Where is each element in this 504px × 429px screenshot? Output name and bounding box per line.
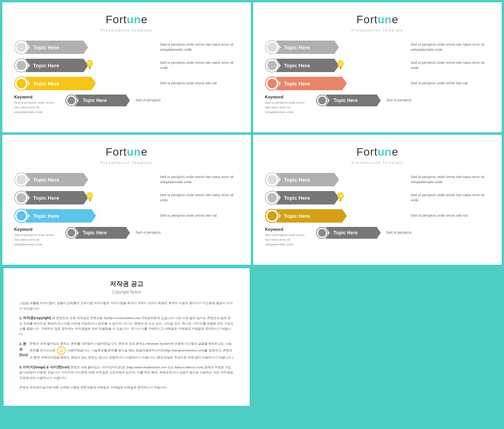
slide-4-bottom-topic-row: Topic Here Sed ut perspicis — [316, 227, 411, 239]
slide-1-bottom-desc: Sed ut perspicis — [135, 98, 161, 103]
slide-2-circle-inner-4 — [318, 97, 326, 104]
copyright-s3-title: 3. 이미지(image) & 아이콘(icon) — [19, 365, 70, 369]
slide-2-topic-2: Topic Here Sed ut perspicis unde omnis i… — [265, 58, 490, 72]
slide-1-topic-2: Topic Here Sed ut perspicis unde omnis i… — [14, 58, 239, 72]
slide-4-circle-1 — [265, 173, 279, 187]
slide-3-circle-2 — [14, 191, 28, 205]
copyright-section-3: 3. 이미지(image) & 아이콘(icon) 콘텐츠 내에 들어있는 이미… — [19, 364, 234, 381]
slide-1-title-text: Fortune — [106, 13, 148, 26]
svg-point-7 — [339, 61, 343, 65]
copyright-slide: 저작권 공고 Copyright Notice 고맙습 새출발 저작사항이 성들… — [2, 267, 251, 407]
slide-2-desc-2: Sed ut perspicis unde omnis iste natus e… — [411, 60, 489, 71]
slide-3-topic-2: Topic Here Sed ut perspicis unde omnis i… — [14, 191, 239, 205]
slide-1-bottom-topic-row: Topic Here Sed ut perspicis — [65, 95, 161, 106]
slide-1-arrow-1: Topic Here — [25, 41, 88, 54]
copyright-s1-title: 1. 저작권(copyright) — [19, 316, 51, 320]
slide-2-circle-inner-3 — [267, 79, 277, 88]
slide-3-keyword-label: Keyword — [14, 227, 61, 232]
slide-1-circle-3 — [14, 76, 28, 91]
slide-1-topic-3: Topic Here Sed ut perspicis unde omnis i… — [14, 76, 239, 91]
slide-1: Fortune Presentation Template Topic Here… — [2, 2, 251, 132]
slide-2-desc-1: Sed ut perspicis unde omnis iste natus e… — [411, 42, 489, 53]
slide-2-subtitle: Presentation Template — [265, 28, 490, 32]
slide-4-arrow-3: Topic Here — [276, 209, 347, 223]
slide-1-desc-2: Sed ut perspicis unde omnis iste natus e… — [160, 60, 239, 71]
slide-3-topic-label-1: Topic Here — [33, 177, 59, 183]
slide-3-arrow-1: Topic Here — [25, 173, 88, 186]
slide-4-topic-label-3: Topic Here — [284, 213, 310, 219]
slide-2-circle-inner-2 — [267, 61, 277, 70]
slide-4-circle-inner-2 — [267, 193, 277, 202]
slide-4-arrow-4: Topic Here — [326, 227, 381, 239]
slide-3-bottom-label: Topic Here — [83, 230, 107, 236]
copyright-section-1: 1. 저작권(copyright) 본 콘텐츠의 모든 저작권은 콘텐츠팜 외(… — [19, 315, 234, 337]
slide-2-keyword-section: Keyword Sed ut perspicis unde omnis iste… — [265, 95, 490, 115]
slide-4-subtitle: Presentation Template — [265, 161, 490, 165]
copyright-intro: 고맙습 새출발 저작사항이 성들이 성희롱의 요탁사항 저작사항의 저작사항을 … — [19, 301, 234, 311]
slide-1-desc-1: Sed ut perspicis unde omnis iste natus e… — [160, 42, 239, 53]
slide-1-desc-3: Sed ut perspicis unde omnis iste nat — [160, 81, 217, 86]
slide-4-circle-2 — [265, 191, 279, 205]
slide-3-desc-2: Sed ut perspicis unde omnis iste natus e… — [160, 193, 239, 203]
slide-4: Fortune Presentation Template Topic Here… — [253, 135, 502, 265]
main-grid: Fortune Presentation Template Topic Here… — [0, 0, 504, 409]
slide-1-topic-label-2: Topic Here — [33, 63, 59, 69]
slide-1-circle-inner-3 — [17, 79, 26, 88]
slide-1-circle-inner-1 — [17, 43, 26, 52]
slide-3-topic-label-3: Topic Here — [33, 213, 59, 219]
slide-3-circle-inner-4 — [67, 229, 75, 237]
slide-2-topic-label-1: Topic Here — [284, 45, 310, 50]
slide-2-keyword-text: Keyword Sed ut perspicis unde omnis iste… — [265, 95, 312, 115]
slide-2: Fortune Presentation Template Topic Here… — [253, 2, 502, 132]
slide-1-keyword-label: Keyword — [14, 95, 61, 99]
svg-point-15 — [339, 194, 343, 198]
slide-4-circle-inner-3 — [267, 211, 277, 221]
slide-3-keyword-section: Keyword Sed ut perspicis unde omnis iste… — [14, 227, 239, 247]
slide-2-circle-inner-1 — [267, 43, 277, 52]
slide-2-keyword-desc: Sed ut perspicis unde omnis iste natus e… — [265, 100, 310, 115]
slide-4-title-text: Fortune — [356, 146, 398, 158]
slide-4-arrow-wrapper-1: Topic Here — [279, 173, 405, 186]
slide-1-keyword-desc: Sed ut perspicis unde omnis iste natus e… — [14, 100, 59, 115]
slide-3-circle-inner-3 — [17, 211, 26, 221]
slide-1-arrow-3: Topic Here — [25, 77, 96, 90]
copyright-section-2: 2. 폰트(font) 콘텐츠 내에 들어있는 폰트는 폰트를 내려받아 사용하… — [19, 341, 234, 360]
slide-2-arrow-2: Topic Here — [276, 59, 339, 72]
slide-4-circle-3 — [265, 209, 279, 223]
svg-point-11 — [88, 194, 92, 198]
slide-4-desc-2: Sed ut perspicis unde omnis iste natus e… — [411, 193, 489, 203]
slide-1-topic-1: Topic Here Sed ut perspicis unde omnis i… — [14, 40, 239, 54]
slide-1-bottom-label: Topic Here — [83, 98, 107, 103]
slide-4-topic-label-2: Topic Here — [284, 195, 310, 201]
slide-1-keyword-section: Keyword Sed ut perspicis unde omnis iste… — [14, 95, 239, 115]
slide-1-circle-inner-2 — [17, 61, 26, 70]
copyright-s2-title: 2. 폰트(font) — [19, 341, 28, 358]
slide-4-bottom-label: Topic Here — [334, 230, 358, 236]
slide-3-topic-1: Topic Here Sed ut perspicis unde omnis i… — [14, 173, 239, 187]
copyright-section-4: 콘텐츠 저작권이실수에 대해 사세한 사항은 콘텐츠팜에 이메일로 이메일로 이… — [19, 385, 234, 390]
slide-3-bottom-topic-row: Topic Here Sed ut perspicis — [65, 227, 161, 239]
slide-4-topic-label-1: Topic Here — [284, 177, 310, 183]
slide-3-keyword-desc: Sed ut perspicis unde omnis iste natus e… — [14, 233, 59, 247]
slide-3: Fortune Presentation Template Topic Here… — [2, 135, 251, 265]
slide-1-circle-1 — [14, 40, 28, 54]
slide-3-arrow-2: Topic Here — [25, 191, 88, 204]
slide-2-bottom-desc: Sed ut perspicis — [386, 98, 411, 103]
slide-2-topic-label-2: Topic Here — [284, 63, 310, 69]
slide-3-arrow-wrapper-1: Topic Here — [28, 173, 154, 186]
slide-1-topic-label-1: Topic Here — [33, 45, 59, 50]
slide-1-circle-2 — [14, 58, 28, 72]
slide-2-topic-3: Topic Here Sed ut perspicis unde omnis i… — [265, 76, 490, 91]
slide-1-title: Fortune — [14, 13, 239, 26]
slide-2-arrow-1: Topic Here — [276, 41, 339, 54]
lamp-icon-2 — [337, 59, 345, 71]
slide-3-arrow-3: Topic Here — [25, 209, 96, 223]
slide-3-arrow-4: Topic Here — [75, 227, 130, 239]
copyright-body: 고맙습 새출발 저작사항이 성들이 성희롱의 요탁사항 저작사항의 저작사항을 … — [19, 301, 234, 390]
slide-3-circle-4 — [65, 227, 77, 239]
lamp-svg-1 — [86, 59, 94, 70]
slide-2-circle-4 — [316, 95, 328, 106]
slide-3-title: Fortune — [14, 146, 239, 158]
slide-4-topic-3: Topic Here Sed ut perspicis unde omnis i… — [265, 209, 490, 223]
slide-4-topic-1: Topic Here Sed ut perspicis unde omnis i… — [265, 173, 490, 187]
